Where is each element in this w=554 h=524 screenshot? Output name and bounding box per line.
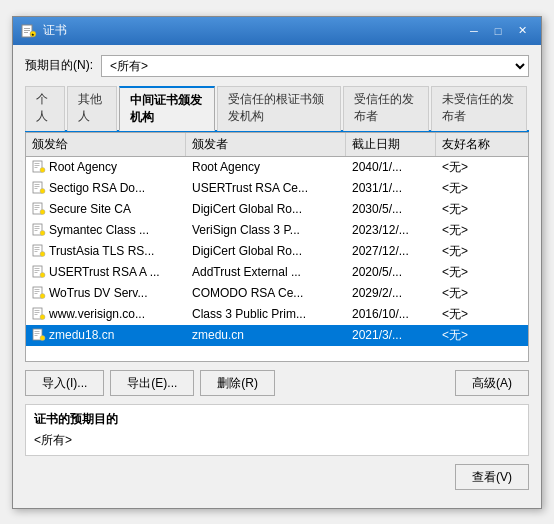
svg-rect-19 <box>35 209 38 210</box>
svg-rect-34 <box>35 272 38 273</box>
col-issued-to: 颁发给 <box>26 133 186 156</box>
svg-rect-33 <box>35 270 40 271</box>
cell-expiry: 2023/12/... <box>346 220 436 241</box>
svg-rect-1 <box>24 28 30 29</box>
view-button[interactable]: 查看(V) <box>455 464 529 490</box>
cell-expiry: 2021/3/... <box>346 325 436 346</box>
cell-expiry: 2016/10/... <box>346 304 436 325</box>
svg-point-50 <box>40 336 45 341</box>
purpose-label: 预期目的(N): <box>25 57 93 74</box>
cell-issued-to: WoTrus DV Serv... <box>26 283 186 304</box>
dialog-bottom: 查看(V) <box>25 464 529 498</box>
export-button[interactable]: 导出(E)... <box>110 370 194 396</box>
svg-point-30 <box>40 252 45 257</box>
table-header: 颁发给 颁发者 截止日期 友好名称 <box>26 133 528 157</box>
cell-issued-to: TrustAsia TLS RS... <box>26 241 186 262</box>
cell-issued-by: Root Agency <box>186 157 346 178</box>
svg-rect-47 <box>35 331 40 332</box>
svg-rect-23 <box>35 228 40 229</box>
svg-rect-32 <box>35 268 40 269</box>
window-title: 证书 <box>43 22 67 39</box>
purpose-row: 预期目的(N): <所有> <box>25 55 529 77</box>
svg-rect-28 <box>35 249 40 250</box>
svg-rect-12 <box>35 184 40 185</box>
svg-rect-44 <box>35 314 38 315</box>
cell-issued-to: zmedu18.cn <box>26 325 186 346</box>
svg-point-40 <box>40 294 45 299</box>
table-row[interactable]: Sectigo RSA Do...USERTrust RSA Ce...2031… <box>26 178 528 199</box>
tab-trusted-publisher[interactable]: 受信任的发布者 <box>343 86 430 131</box>
table-row[interactable]: USERTrust RSA A ...AddTrust External ...… <box>26 262 528 283</box>
minimize-button[interactable]: ─ <box>463 22 485 40</box>
cell-expiry: 2029/2/... <box>346 283 436 304</box>
cell-friendly: <无> <box>436 304 516 325</box>
tab-trusted-root[interactable]: 受信任的根证书颁发机构 <box>217 86 341 131</box>
action-buttons: 导入(I)... 导出(E)... 删除(R) 高级(A) <box>25 370 529 396</box>
svg-rect-22 <box>35 226 40 227</box>
cell-issued-by: COMODO RSA Ce... <box>186 283 346 304</box>
svg-rect-43 <box>35 312 40 313</box>
cert-icon <box>32 307 46 321</box>
purpose-select[interactable]: <所有> <box>101 55 529 77</box>
svg-rect-2 <box>24 30 30 31</box>
svg-point-15 <box>40 189 45 194</box>
cert-icon <box>32 202 46 216</box>
cell-issued-by: DigiCert Global Ro... <box>186 199 346 220</box>
cell-friendly: <无> <box>436 283 516 304</box>
import-button[interactable]: 导入(I)... <box>25 370 104 396</box>
cell-friendly: <无> <box>436 262 516 283</box>
svg-rect-14 <box>35 188 38 189</box>
title-bar: ★ 证书 ─ □ ✕ <box>13 17 541 45</box>
tab-personal[interactable]: 个人 <box>25 86 65 131</box>
svg-rect-27 <box>35 247 40 248</box>
svg-rect-9 <box>35 167 38 168</box>
svg-rect-42 <box>35 310 40 311</box>
close-button[interactable]: ✕ <box>511 22 533 40</box>
svg-rect-49 <box>35 335 38 336</box>
svg-rect-24 <box>35 230 38 231</box>
svg-point-35 <box>40 273 45 278</box>
maximize-button[interactable]: □ <box>487 22 509 40</box>
cell-expiry: 2030/5/... <box>346 199 436 220</box>
table-body[interactable]: Root AgencyRoot Agency2040/1/...<无> Sect… <box>26 157 528 361</box>
advanced-button[interactable]: 高级(A) <box>455 370 529 396</box>
col-expiry: 截止日期 <box>346 133 436 156</box>
cell-issued-to: USERTrust RSA A ... <box>26 262 186 283</box>
svg-rect-3 <box>24 32 28 33</box>
svg-rect-7 <box>35 163 40 164</box>
svg-point-45 <box>40 315 45 320</box>
info-section: 证书的预期目的 <所有> <box>25 404 529 456</box>
svg-rect-17 <box>35 205 40 206</box>
remove-button[interactable]: 删除(R) <box>200 370 275 396</box>
cell-issued-by: DigiCert Global Ro... <box>186 241 346 262</box>
svg-rect-37 <box>35 289 40 290</box>
col-friendly: 友好名称 <box>436 133 516 156</box>
table-row[interactable]: TrustAsia TLS RS...DigiCert Global Ro...… <box>26 241 528 262</box>
svg-rect-13 <box>35 186 40 187</box>
cell-friendly: <无> <box>436 178 516 199</box>
table-row[interactable]: Secure Site CADigiCert Global Ro...2030/… <box>26 199 528 220</box>
table-row[interactable]: Root AgencyRoot Agency2040/1/...<无> <box>26 157 528 178</box>
cert-icon <box>32 286 46 300</box>
table-row[interactable]: zmedu18.cnzmedu.cn2021/3/...<无> <box>26 325 528 346</box>
certificate-dialog: ★ 证书 ─ □ ✕ 预期目的(N): <所有> 个人 其他人 中间证书颁发机构… <box>12 16 542 509</box>
table-row[interactable]: Symantec Class ...VeriSign Class 3 P...2… <box>26 220 528 241</box>
table-row[interactable]: WoTrus DV Serv...COMODO RSA Ce...2029/2/… <box>26 283 528 304</box>
tab-others[interactable]: 其他人 <box>67 86 117 131</box>
cert-table: 颁发给 颁发者 截止日期 友好名称 Root AgencyRoot Agency… <box>25 132 529 362</box>
cert-icon <box>32 181 46 195</box>
cell-expiry: 2020/5/... <box>346 262 436 283</box>
tab-intermediate[interactable]: 中间证书颁发机构 <box>119 86 215 131</box>
cell-friendly: <无> <box>436 325 516 346</box>
cell-issued-by: USERTrust RSA Ce... <box>186 178 346 199</box>
cell-expiry: 2040/1/... <box>346 157 436 178</box>
tab-untrusted[interactable]: 未受信任的发布者 <box>431 86 527 131</box>
svg-rect-8 <box>35 165 40 166</box>
table-row[interactable]: www.verisign.co...Class 3 Public Prim...… <box>26 304 528 325</box>
cell-issued-by: zmedu.cn <box>186 325 346 346</box>
cell-expiry: 2031/1/... <box>346 178 436 199</box>
cert-icon <box>32 328 46 342</box>
cert-icon <box>32 223 46 237</box>
cert-title-icon: ★ <box>21 23 37 39</box>
cell-friendly: <无> <box>436 199 516 220</box>
